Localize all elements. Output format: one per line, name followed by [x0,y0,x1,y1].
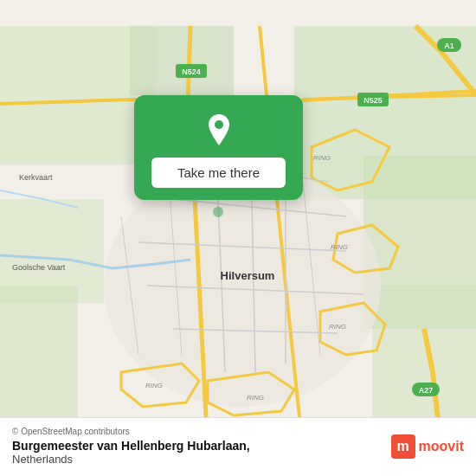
location-name: Burgemeester van Hellenberg Hubarlaan, [12,439,250,453]
location-pin-icon [200,111,238,149]
moovit-text: moovit [419,439,464,454]
popup-card: Take me there [134,95,303,200]
svg-text:N524: N524 [182,68,201,76]
bottom-left: © OpenStreetMap contributors Burgemeeste… [12,427,250,466]
svg-text:RING: RING [313,154,331,162]
svg-text:A1: A1 [444,42,454,50]
svg-rect-2 [130,26,234,95]
bottom-bar: © OpenStreetMap contributors Burgemeeste… [0,417,476,476]
svg-text:RING: RING [331,243,348,251]
svg-text:Goolsche Vaart: Goolsche Vaart [12,263,66,272]
attribution: © OpenStreetMap contributors [12,427,250,436]
moovit-logo: m moovit [391,434,464,459]
svg-point-8 [104,164,381,407]
svg-text:Kerkvaart: Kerkvaart [19,173,53,182]
moovit-m-icon: m [391,434,415,459]
svg-point-37 [215,120,223,129]
svg-text:Hilversum: Hilversum [221,269,275,282]
take-me-there-button[interactable]: Take me there [151,158,286,188]
svg-point-36 [213,207,223,217]
map-container: N524 N525 A1 A27 RING RING RING RING RIN… [0,0,476,476]
svg-text:RING: RING [329,323,346,331]
svg-text:A27: A27 [419,386,434,395]
map-background: N524 N525 A1 A27 RING RING RING RING RIN… [0,0,476,476]
svg-text:N525: N525 [363,96,383,105]
svg-text:RING: RING [145,382,163,389]
svg-text:RING: RING [247,394,264,402]
location-country: Netherlands [12,453,250,466]
